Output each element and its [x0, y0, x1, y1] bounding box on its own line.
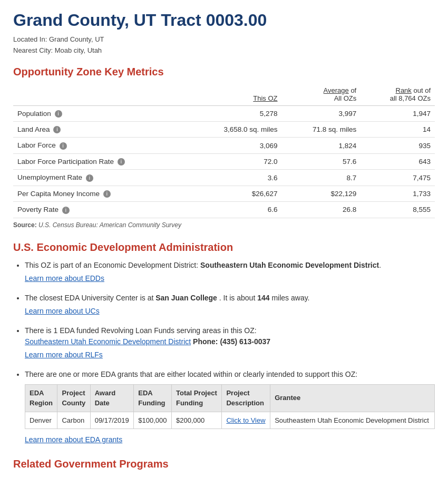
edd-name: Southeastern Utah Economic Development D… — [200, 261, 379, 269]
metric-this-oz: 3,658.0 sq. miles — [188, 122, 282, 138]
eda-section-title: U.S. Economic Development Administration — [13, 241, 435, 254]
grants-learn-more-link[interactable]: Learn more about EDA grants — [25, 435, 122, 444]
grants-col-region: EDARegion — [25, 384, 57, 412]
grants-date: 09/17/2019 — [90, 412, 134, 429]
grants-region: Denver — [25, 412, 57, 429]
table-row: Per Capita Money Income i $26,627 $22,12… — [13, 186, 435, 201]
table-row: Poverty Rate i 6.6 26.8 8,555 — [13, 202, 435, 218]
metric-average: 57.6 — [282, 153, 361, 169]
edd-text-before: This OZ is part of an Economic Developme… — [25, 261, 198, 269]
metric-this-oz: 5,278 — [188, 105, 282, 121]
grants-description[interactable]: Click to View — [222, 412, 270, 429]
page-title: Grand County, UT Tract 0003.00 — [13, 11, 435, 30]
grants-eda-funding: $100,000 — [134, 412, 172, 429]
uc-item: The closest EDA University Center is at … — [25, 293, 435, 317]
uc-learn-more-link[interactable]: Learn more about UCs — [25, 306, 435, 317]
source-text: Source: U.S. Census Bureau: American Com… — [13, 221, 435, 229]
metric-average: 3,997 — [282, 105, 361, 121]
metric-this-oz: 6.6 — [188, 202, 282, 218]
metric-this-oz: 3,069 — [188, 138, 282, 153]
rlf-org-link[interactable]: Southeastern Utah Economic Development D… — [25, 337, 191, 346]
col-header-this-oz: This OZ — [188, 84, 282, 106]
metric-label: Land Area i — [13, 122, 188, 138]
col-header-average: Average ofAll OZs — [282, 84, 361, 106]
metric-label: Per Capita Money Income i — [13, 186, 188, 201]
metric-this-oz: 72.0 — [188, 153, 282, 169]
table-row: Labor Force i 3,069 1,824 935 — [13, 138, 435, 153]
metric-rank: 7,475 — [361, 170, 435, 186]
grants-col-date: AwardDate — [90, 384, 134, 412]
grants-col-eda-funding: EDAFunding — [134, 384, 172, 412]
metric-average: 1,824 — [282, 138, 361, 153]
rlf-phone: (435) 613-0037 — [220, 337, 270, 346]
info-icon[interactable]: i — [118, 158, 125, 166]
metric-rank: 14 — [361, 122, 435, 138]
metrics-table: This OZ Average ofAll OZs Rank out ofall… — [13, 84, 435, 218]
click-to-view-link[interactable]: Click to View — [226, 416, 265, 424]
metric-label: Labor Force i — [13, 138, 188, 153]
nearest-city: Nearest City: Moab city, Utah — [13, 45, 435, 56]
metric-label: Labor Force Participation Rate i — [13, 153, 188, 169]
info-icon[interactable]: i — [86, 174, 93, 182]
grants-item: There are one or more EDA grants that ar… — [25, 369, 435, 446]
grants-grantee: Southeastern Utah Economic Development D… — [270, 412, 435, 429]
grants-table: EDARegion ProjectCounty AwardDate EDAFun… — [25, 384, 435, 430]
info-icon[interactable]: i — [60, 142, 67, 150]
metric-rank: 8,555 — [361, 202, 435, 218]
edd-item: This OZ is part of an Economic Developme… — [25, 260, 435, 284]
metric-label: Poverty Rate i — [13, 202, 188, 218]
metric-this-oz: 3.6 — [188, 170, 282, 186]
grants-table-row: Denver Carbon 09/17/2019 $100,000 $200,0… — [25, 412, 435, 429]
grants-col-description: ProjectDescription — [222, 384, 270, 412]
table-row: Population i 5,278 3,997 1,947 — [13, 105, 435, 121]
located-in: Located In: Grand County, UT — [13, 34, 435, 45]
table-row: Unemployment Rate i 3.6 8.7 7,475 — [13, 170, 435, 186]
rlf-text: There is 1 EDA funded Revolving Loan Fun… — [25, 326, 257, 335]
edd-learn-more-link[interactable]: Learn more about EDDs — [25, 273, 435, 284]
uc-name: San Juan College — [155, 294, 217, 302]
col-header-rank: Rank out ofall 8,764 OZs — [361, 84, 435, 106]
rlf-learn-more-link[interactable]: Learn more about RLFs — [25, 349, 435, 361]
metric-rank: 1,733 — [361, 186, 435, 201]
metric-label: Unemployment Rate i — [13, 170, 188, 186]
grants-col-total-funding: Total ProjectFunding — [171, 384, 221, 412]
col-header-label — [13, 84, 188, 106]
metric-average: 26.8 — [282, 202, 361, 218]
table-row: Land Area i 3,658.0 sq. miles 71.8 sq. m… — [13, 122, 435, 138]
metric-average: 8.7 — [282, 170, 361, 186]
grants-total-funding: $200,000 — [171, 412, 221, 429]
uc-text-before: The closest EDA University Center is at — [25, 294, 153, 302]
grants-col-grantee: Grantee — [270, 384, 435, 412]
grants-county: Carbon — [57, 412, 90, 429]
grants-col-county: ProjectCounty — [57, 384, 90, 412]
related-section-title: Related Government Programs — [13, 458, 435, 470]
info-icon[interactable]: i — [103, 190, 111, 198]
rlf-phone-label: Phone: — [193, 337, 220, 346]
metric-rank: 1,947 — [361, 105, 435, 121]
info-icon[interactable]: i — [53, 126, 61, 133]
metric-label: Population i — [13, 105, 188, 121]
metric-rank: 643 — [361, 153, 435, 169]
eda-section: This OZ is part of an Economic Developme… — [13, 260, 435, 446]
metric-this-oz: $26,627 — [188, 186, 282, 201]
table-row: Labor Force Participation Rate i 72.0 57… — [13, 153, 435, 169]
metric-rank: 935 — [361, 138, 435, 153]
rlf-item: There is 1 EDA funded Revolving Loan Fun… — [25, 325, 435, 361]
grants-text: There are one or more EDA grants that ar… — [25, 370, 357, 378]
metrics-section-title: Opportunity Zone Key Metrics — [13, 66, 435, 78]
info-icon[interactable]: i — [62, 207, 70, 214]
uc-miles: 144 — [257, 294, 269, 302]
metric-average: $22,129 — [282, 186, 361, 201]
metric-average: 71.8 sq. miles — [282, 122, 361, 138]
info-icon[interactable]: i — [55, 110, 62, 118]
